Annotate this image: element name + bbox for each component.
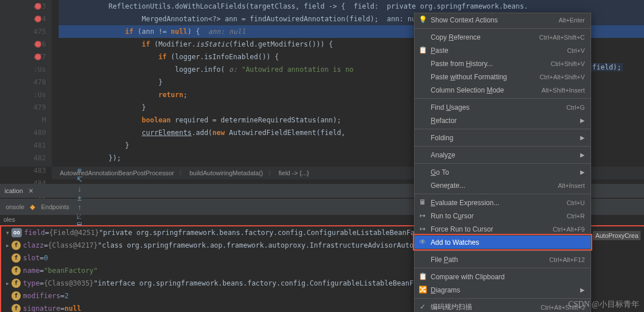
menu-label: Go To [431, 168, 580, 176]
menu-item[interactable]: Paste from History...Ctrl+Shift+V [415, 57, 591, 70]
line-number[interactable]: 478 [0, 76, 46, 88]
menu-shortcut: Ctrl+Shift+V [551, 60, 585, 67]
debug-tab[interactable]: ication [0, 185, 28, 197]
menu-item[interactable]: ↦Run to CursorCtrl+R [415, 209, 591, 222]
menu-item[interactable]: File PathCtrl+Alt+F12 [415, 253, 591, 266]
line-number[interactable]: 481 [0, 139, 46, 152]
toolbar-icon[interactable]: ⟀ [75, 211, 84, 221]
menu-label: Generate... [431, 182, 558, 190]
submenu-arrow-icon: ▶ [580, 134, 585, 141]
menu-item[interactable]: 💡Show Context ActionsAlt+Enter [415, 13, 591, 26]
menu-separator [415, 98, 591, 99]
menu-shortcut: Ctrl+Alt+Shift+C [539, 34, 585, 41]
menu-separator [415, 298, 591, 299]
menu-label: Run to Cursor [431, 212, 567, 220]
line-number[interactable]: 476 [0, 38, 46, 51]
context-menu: 💡Show Context ActionsAlt+EnterCopy Refer… [414, 13, 591, 312]
menu-label: Paste from History... [431, 60, 551, 68]
menu-separator [415, 129, 591, 129]
menu-label: Folding [431, 134, 580, 142]
line-number[interactable]: :Us [0, 88, 46, 101]
menu-item[interactable]: Analyze▶ [415, 148, 591, 161]
menu-item[interactable]: ✓编码规约扫描Ctrl+Alt+Shift+J [415, 301, 591, 312]
menu-item[interactable]: Refactor▶ [415, 114, 591, 127]
line-number[interactable]: M [0, 114, 46, 126]
field-icon: f [12, 279, 21, 288]
menu-icon: 👁 [418, 237, 427, 246]
endpoints-tab[interactable]: Endpoints [39, 202, 71, 211]
menu-item[interactable]: Folding▶ [415, 131, 591, 144]
menu-item[interactable]: Column Selection ModeAlt+Shift+Insert [415, 83, 591, 97]
menu-item[interactable]: 🖩Evaluate Expression...Ctrl+U [415, 196, 591, 209]
line-gutter: 473474475476477:Us478:Us479M480481482483… [0, 0, 52, 167]
menu-icon: ↦ [418, 224, 427, 233]
menu-shortcut: Ctrl+G [566, 104, 585, 111]
menu-item[interactable]: Copy ReferenceCtrl+Alt+Shift+C [415, 30, 591, 44]
toolbar-icon[interactable]: ↓ [75, 184, 84, 193]
menu-item[interactable]: 📋PasteCtrl+V [415, 44, 591, 57]
menu-item[interactable]: 🔀Diagrams▶ [415, 283, 591, 296]
menu-shortcut: Ctrl+Alt+F9 [553, 226, 585, 233]
menu-shortcut: Ctrl+Alt+Shift+V [539, 74, 585, 80]
toolbar-icon[interactable]: ↑ [75, 202, 84, 211]
menu-item[interactable]: Generate...Alt+Insert [415, 179, 591, 192]
menu-label: Analyze [431, 151, 580, 159]
line-number[interactable]: 473 [0, 0, 46, 13]
menu-label: Compare with Clipboard [431, 273, 585, 281]
line-number[interactable]: 483 [0, 164, 46, 177]
menu-separator [415, 163, 591, 164]
menu-item[interactable]: 📋Compare with Clipboard [415, 270, 591, 283]
menu-shortcut: Alt+Shift+Insert [542, 87, 585, 94]
line-number[interactable]: :Us [0, 63, 46, 76]
console-tab[interactable]: onsole [3, 202, 26, 211]
menu-separator [415, 251, 591, 251]
toolbar-icon[interactable]: ↸ [75, 175, 84, 184]
menu-label: Column Selection Mode [431, 86, 542, 94]
menu-separator [415, 28, 591, 29]
menu-item[interactable]: Go To▶ [415, 165, 591, 179]
menu-label: Show Context Actions [431, 16, 558, 24]
menu-label: Find Usages [431, 103, 566, 111]
menu-icon: 🖩 [418, 198, 427, 207]
line-number[interactable]: 474 [0, 13, 46, 25]
type-hint-badge: AutoProxyCrea [593, 231, 641, 240]
field-icon: f [12, 266, 21, 275]
menu-item[interactable]: Find UsagesCtrl+G [415, 101, 591, 114]
menu-icon: 📋 [418, 272, 427, 281]
menu-label: 编码规约扫描 [431, 302, 540, 312]
menu-item[interactable]: 👁Add to Watches [415, 236, 591, 249]
line-number[interactable]: 482 [0, 152, 46, 164]
line-number[interactable]: 480 [0, 126, 46, 139]
menu-separator [415, 146, 591, 147]
line-number[interactable]: 477 [0, 51, 46, 63]
menu-item[interactable]: Paste without FormattingCtrl+Alt+Shift+V [415, 70, 591, 83]
menu-shortcut: Ctrl+Alt+F12 [549, 256, 585, 263]
menu-icon: ✓ [418, 302, 427, 311]
menu-label: Diagrams [431, 286, 580, 294]
menu-item[interactable]: ↦Force Run to CursorCtrl+Alt+F9 [415, 222, 591, 236]
submenu-arrow-icon: ▶ [580, 169, 585, 175]
menu-label: File Path [431, 256, 549, 264]
variables-header: oles [0, 215, 18, 225]
line-number[interactable]: 479 [0, 101, 46, 114]
menu-label: Add to Watches [431, 238, 585, 246]
menu-shortcut: Ctrl+U [567, 199, 585, 206]
field-icon: f [12, 291, 21, 301]
endpoints-icon: ◆ [30, 203, 35, 211]
toolbar-icon[interactable]: ≡ [75, 165, 84, 175]
menu-label: Paste without Formatting [431, 73, 539, 81]
line-number[interactable]: 475 [0, 25, 46, 38]
menu-icon: 💡 [418, 15, 427, 24]
menu-icon: ↦ [418, 211, 427, 220]
menu-label: Evaluate Expression... [431, 199, 567, 207]
toolbar-icon[interactable]: ± [75, 193, 84, 202]
object-icon: oo [12, 228, 22, 237]
crumb[interactable]: buildAutowiringMetadata() [187, 170, 266, 176]
field-icon: f [12, 241, 21, 250]
menu-icon: 📋 [418, 45, 427, 55]
menu-shortcut: Alt+Insert [558, 182, 585, 189]
watermark: CSDN @小目标青年 [568, 299, 639, 310]
close-icon[interactable]: × [28, 186, 34, 195]
crumb[interactable]: field -> {...} [277, 170, 312, 176]
menu-label: Copy Reference [431, 33, 539, 41]
